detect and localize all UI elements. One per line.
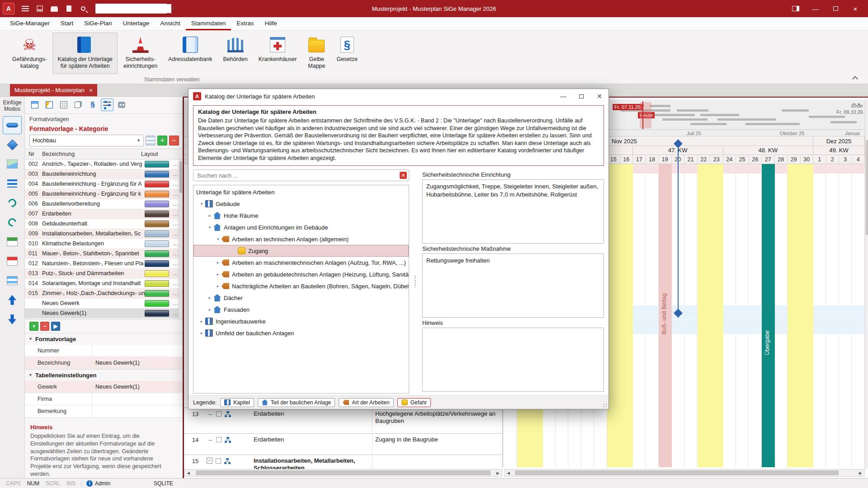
ribbon-item[interactable]: Gefährdungs- katalog: [7, 33, 52, 74]
menu-item[interactable]: SiGe-Manager: [5, 17, 55, 30]
format-row[interactable]: 006 Baustellenvorbereitung: [25, 199, 183, 209]
ribbon-item[interactable]: Gesetze: [331, 33, 363, 74]
dialog-titlebar[interactable]: A Katalog der Unterlage für spätere Arbe…: [189, 89, 609, 103]
close-button[interactable]: ×: [845, 2, 865, 15]
task-checkbox[interactable]: [216, 437, 222, 442]
tree-item[interactable]: ▸ Dächer: [193, 292, 409, 304]
tree-item[interactable]: ▸ Nachträgliche Arbeiten an Bauteilen (B…: [193, 280, 409, 292]
category-add-button[interactable]: +: [157, 136, 167, 145]
ribbon-item[interactable]: Krankenhäuser: [254, 33, 302, 74]
tree-item[interactable]: ▸ Ingenieurbauwerke: [193, 315, 409, 327]
toolstrip-tool[interactable]: [3, 252, 22, 270]
format-row[interactable]: 015 Zimmer-, Holz-,Dach-,Dachdeckungs- u…: [25, 289, 183, 299]
tree-expander-icon[interactable]: ▾: [206, 225, 213, 230]
property-row[interactable]: Gewerk Neues Gewerk(1): [25, 381, 183, 393]
toolstrip-tool[interactable]: [3, 310, 22, 328]
format-list-scrollbar[interactable]: [179, 160, 183, 319]
tree-item[interactable]: ▸ Umfeld der baulichen Anlagen: [193, 327, 409, 339]
tree-item[interactable]: ▸ Arbeiten an maschinentechnischen Anlag…: [193, 257, 409, 268]
search-icon[interactable]: [76, 2, 90, 15]
resize-grip-icon[interactable]: [603, 404, 608, 408]
chart-vertical-scrollbar[interactable]: [865, 99, 868, 469]
apply-format-button[interactable]: ▶: [51, 322, 60, 331]
scroll-left-icon[interactable]: ◀: [184, 469, 192, 476]
toolstrip-tool[interactable]: [3, 136, 22, 154]
chevron-down-icon[interactable]: ▼: [171, 4, 175, 14]
category-layout-button[interactable]: [146, 136, 156, 145]
quick-search-input[interactable]: [95, 4, 171, 13]
ribbon-item[interactable]: Katalog der Unterlage für spätere Arbeit…: [52, 33, 118, 74]
panel-toolbar-button[interactable]: [115, 99, 128, 111]
tree-expander-icon[interactable]: ▾: [214, 237, 222, 241]
format-row[interactable]: 012 Naturstein-, Betonstein-, Fliesen un…: [25, 259, 183, 269]
task-checkbox[interactable]: [216, 411, 222, 417]
menu-item[interactable]: Extras: [231, 17, 259, 30]
add-format-button[interactable]: +: [29, 322, 38, 331]
format-row[interactable]: Neues Gewerk(1): [25, 309, 183, 319]
format-row[interactable]: 014 Solaranlagen, Montage und Instandhal…: [25, 279, 183, 289]
ribbon-item[interactable]: Adressdatenbank: [163, 33, 217, 74]
remove-format-button[interactable]: −: [40, 322, 49, 331]
tree-item[interactable]: ▸ Hohe Räume: [193, 210, 409, 221]
layout-panes-icon[interactable]: [786, 2, 806, 15]
collapse-icon[interactable]: −: [207, 458, 212, 464]
tree-expander-icon[interactable]: ▸: [206, 307, 213, 312]
tree-expander-icon[interactable]: ▸: [214, 272, 222, 277]
toolstrip-tool[interactable]: [3, 116, 22, 134]
format-row[interactable]: 010 Klimatische Belastungen: [25, 239, 183, 249]
menu-icon[interactable]: [19, 2, 32, 15]
format-row[interactable]: 013 Putz-, Stuck- und Dämmarbeiten: [25, 269, 183, 279]
panel-toolbar-button[interactable]: [28, 99, 41, 111]
tab-close-icon[interactable]: ×: [89, 87, 93, 94]
property-row[interactable]: Firma: [25, 393, 183, 405]
property-row[interactable]: Bemerkung: [25, 405, 183, 418]
format-row[interactable]: 002 Anstrich-, Tapezier-, Rolladen- und …: [25, 160, 183, 169]
section-header[interactable]: ▼Tabelleneinstellungen: [25, 370, 183, 381]
tree-expander-icon[interactable]: ▸: [206, 296, 213, 300]
property-row[interactable]: Nummer: [25, 345, 183, 357]
print-icon[interactable]: [47, 2, 61, 15]
minimize-button[interactable]: —: [806, 2, 826, 15]
tree-item[interactable]: Zugang: [193, 245, 409, 257]
menu-item[interactable]: Stammdaten: [186, 17, 231, 30]
scroll-right-icon[interactable]: ▶: [494, 469, 502, 476]
panel-toolbar-button[interactable]: [101, 99, 113, 111]
dialog-close-button[interactable]: ✕: [590, 89, 609, 103]
menu-item[interactable]: Hilfe: [259, 17, 282, 30]
menu-item[interactable]: Unterlage: [118, 17, 155, 30]
tree-expander-icon[interactable]: ▸: [206, 213, 213, 218]
format-row[interactable]: 003 Baustelleneinrichtung: [25, 169, 183, 179]
ribbon-item[interactable]: Sicherheits- einrichtungen: [118, 33, 162, 74]
format-row[interactable]: 007 Erdarbeiten: [25, 209, 183, 219]
format-row[interactable]: 011 Mauer-, Beton-, Stahlbeton-, Spannbe…: [25, 249, 183, 259]
tree-item[interactable]: ▸ Arbeiten an gebäudetechnischen Anlagen…: [193, 268, 409, 280]
menu-item[interactable]: Ansicht: [155, 17, 185, 30]
tree-item[interactable]: Unterlage für spätere Arbeiten: [193, 186, 409, 198]
category-remove-button[interactable]: −: [169, 136, 179, 145]
format-row[interactable]: 005 Baustelleneinrichtung - Ergänzung fü…: [25, 189, 183, 199]
chart-horizontal-scrollbar[interactable]: ◀ ▶: [504, 469, 865, 477]
task-checkbox[interactable]: [216, 458, 221, 464]
tree-item[interactable]: ▾ Gebäude: [193, 198, 409, 210]
tree-expander-icon[interactable]: ▸: [198, 331, 205, 335]
detail-text-box[interactable]: Rettungswege freihalten: [422, 253, 604, 318]
toolstrip-tool[interactable]: [3, 272, 22, 290]
save-icon[interactable]: [33, 2, 47, 15]
menu-item[interactable]: SiGe-Plan: [79, 17, 118, 30]
toolstrip-tool[interactable]: [3, 194, 22, 212]
panel-toolbar-button[interactable]: [72, 99, 85, 111]
task-row[interactable]: 13 − → Erdarbeiten Hochgelegene Arbeitsp…: [184, 408, 502, 434]
section-header[interactable]: ▼Formatvorlage: [25, 333, 183, 345]
detail-text-box[interactable]: Zugangsmöglichkeit, Treppe, Steigeleiter…: [422, 179, 604, 244]
tree-item[interactable]: ▾ Anlagen und Einrichtungen im Gebäude: [193, 221, 409, 233]
ribbon-item[interactable]: Gelbe Mappe: [302, 33, 330, 74]
toolstrip-tool[interactable]: [3, 174, 22, 192]
document-tab[interactable]: Musterprojekt - Musterplan ×: [10, 84, 97, 96]
tree-expander-icon[interactable]: ▾: [198, 202, 205, 206]
menu-item[interactable]: Start: [55, 17, 79, 30]
task-row[interactable]: 14 − → Erdarbeiten Zugang in die Baugrub…: [184, 434, 502, 455]
tree-expander-icon[interactable]: ▸: [198, 319, 205, 324]
format-row[interactable]: 004 Baustelleneinrichtung - Ergänzung fü…: [25, 179, 183, 189]
toolstrip-tool[interactable]: [3, 213, 22, 231]
detail-text-box[interactable]: [422, 328, 604, 392]
